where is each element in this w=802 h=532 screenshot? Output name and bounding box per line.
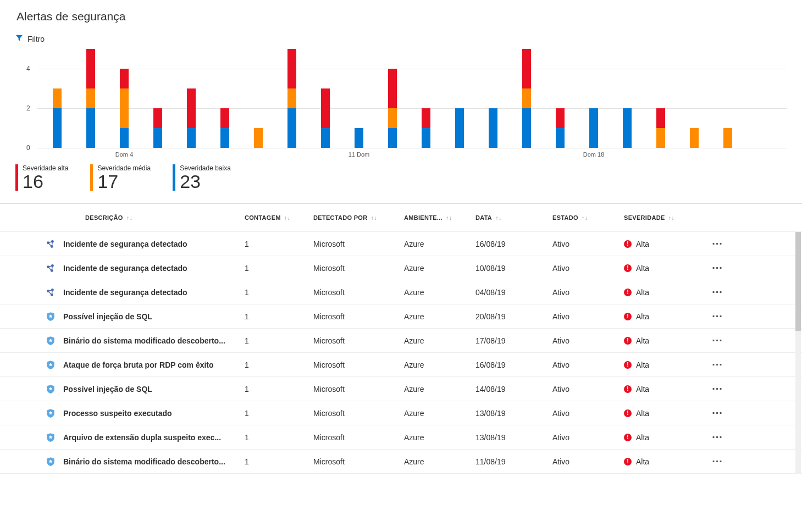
col-header-count[interactable]: CONTAGEM ↑↓: [245, 214, 313, 221]
col-header-env[interactable]: AMBIENTE... ↑↓: [404, 214, 475, 221]
chart-bar[interactable]: [489, 108, 497, 148]
cell-desc: Binário do sistema modificado descoberto…: [63, 336, 245, 345]
page-title: Alertas de segurança: [16, 10, 802, 23]
cell-detected: Microsoft: [313, 288, 404, 297]
row-icon: [0, 384, 63, 394]
table-row[interactable]: Possível injeção de SQL1MicrosoftAzure20…: [0, 304, 802, 329]
table-row[interactable]: Incidente de segurança detectado1Microso…: [0, 256, 802, 280]
cell-env: Azure: [404, 336, 475, 345]
chart-bar[interactable]: [556, 108, 565, 148]
col-header-detected[interactable]: DETECTADO POR ↑↓: [313, 214, 404, 221]
cell-env: Azure: [404, 433, 475, 442]
col-header-sev[interactable]: SEVERIDADE ↑↓: [624, 214, 701, 221]
chart-bar[interactable]: [355, 128, 363, 148]
chart-bar[interactable]: [86, 49, 95, 148]
x-tick: Dom 4: [115, 151, 133, 158]
table-row[interactable]: Arquivo de extensão dupla suspeito exec.…: [0, 425, 802, 450]
severity-totals: Severidade alta16Severidade média17Sever…: [15, 164, 802, 191]
row-more-button[interactable]: ···: [701, 383, 734, 395]
cell-count: 1: [245, 361, 313, 369]
cell-count: 1: [245, 312, 313, 321]
sort-icon: ↑↓: [582, 214, 588, 221]
cell-count: 1: [245, 240, 313, 248]
cell-state: Ativo: [552, 361, 624, 369]
severity-total[interactable]: Severidade alta16: [15, 164, 68, 191]
chart-bar[interactable]: [422, 108, 430, 148]
chart-bar[interactable]: [656, 108, 665, 148]
chart-bar[interactable]: [321, 88, 330, 148]
chart-bar[interactable]: [187, 88, 196, 148]
row-more-button[interactable]: ···: [701, 358, 734, 371]
row-icon: [0, 287, 63, 297]
cell-desc: Arquivo de extensão dupla suspeito exec.…: [63, 433, 245, 442]
table-row[interactable]: Ataque de força bruta por RDP com êxito1…: [0, 353, 802, 377]
chart-bar[interactable]: [254, 128, 263, 148]
cell-sev: !Alta: [624, 361, 701, 369]
cell-sev: !Alta: [624, 240, 701, 248]
sort-icon: ↑↓: [446, 214, 452, 221]
row-more-button[interactable]: ···: [701, 431, 734, 444]
table-row[interactable]: Possível injeção de SQL1MicrosoftAzure14…: [0, 377, 802, 401]
severity-total[interactable]: Severidade baixa23: [173, 164, 231, 191]
col-header-state[interactable]: ESTADO ↑↓: [552, 214, 624, 221]
cell-desc: Ataque de força bruta por RDP com êxito: [63, 361, 245, 369]
cell-detected: Microsoft: [313, 385, 404, 394]
cell-env: Azure: [404, 240, 475, 248]
row-icon: [0, 433, 63, 442]
row-more-button[interactable]: ···: [701, 407, 734, 419]
severity-color-bar: [173, 164, 175, 191]
severity-color-bar: [15, 164, 18, 191]
table-row[interactable]: Binário do sistema modificado descoberto…: [0, 329, 802, 353]
severity-total[interactable]: Severidade média17: [90, 164, 151, 191]
chart-bar[interactable]: [723, 128, 732, 148]
chart-bar[interactable]: [287, 49, 296, 148]
cell-count: 1: [245, 433, 313, 442]
col-header-desc[interactable]: DESCRIÇÃO ↑↓: [63, 214, 245, 221]
table-row[interactable]: Binário do sistema modificado descoberto…: [0, 450, 802, 474]
chart-bar[interactable]: [623, 108, 632, 148]
chart-bar[interactable]: [120, 69, 129, 148]
cell-date: 10/08/19: [475, 264, 552, 273]
row-more-button[interactable]: ···: [701, 310, 734, 323]
sort-icon: ↑↓: [284, 214, 291, 221]
cell-detected: Microsoft: [313, 457, 404, 466]
chart-bar[interactable]: [522, 49, 531, 148]
chart-bar[interactable]: [589, 108, 598, 148]
cell-detected: Microsoft: [313, 240, 404, 248]
scrollbar[interactable]: [795, 232, 801, 474]
table-row[interactable]: Processo suspeito executado1MicrosoftAzu…: [0, 401, 802, 425]
filter-button[interactable]: Filtro: [15, 34, 802, 43]
row-more-button[interactable]: ···: [701, 262, 734, 274]
severity-total-value: 23: [180, 172, 231, 191]
row-more-button[interactable]: ···: [701, 334, 734, 347]
row-more-button[interactable]: ···: [701, 237, 734, 250]
cell-state: Ativo: [552, 433, 624, 442]
chart-bar[interactable]: [388, 69, 397, 148]
chart-bar[interactable]: [53, 88, 62, 148]
row-more-button[interactable]: ···: [701, 286, 734, 298]
y-tick: 4: [26, 65, 30, 73]
table-row[interactable]: Incidente de segurança detectado1Microso…: [0, 232, 802, 256]
cell-desc: Possível injeção de SQL: [63, 312, 245, 321]
cell-date: 14/08/19: [475, 385, 552, 394]
cell-count: 1: [245, 385, 313, 394]
col-header-date[interactable]: DATA ↑↓: [475, 214, 552, 221]
chart-bar[interactable]: [690, 128, 699, 148]
cell-sev: !Alta: [624, 336, 701, 345]
cell-state: Ativo: [552, 240, 624, 248]
cell-desc: Binário do sistema modificado descoberto…: [63, 457, 245, 466]
severity-total-value: 17: [97, 172, 151, 191]
row-icon: [0, 408, 63, 418]
cell-date: 17/08/19: [475, 336, 552, 345]
cell-date: 13/08/19: [475, 409, 552, 418]
chart-bar[interactable]: [153, 108, 162, 148]
chart-bar[interactable]: [220, 108, 229, 148]
cell-env: Azure: [404, 312, 475, 321]
chart-bar[interactable]: [455, 108, 464, 148]
cell-env: Azure: [404, 264, 475, 273]
row-more-button[interactable]: ···: [701, 455, 734, 468]
cell-state: Ativo: [552, 312, 624, 321]
scrollbar-thumb[interactable]: [795, 232, 801, 331]
table-row[interactable]: Incidente de segurança detectado1Microso…: [0, 280, 802, 304]
cell-count: 1: [245, 409, 313, 418]
